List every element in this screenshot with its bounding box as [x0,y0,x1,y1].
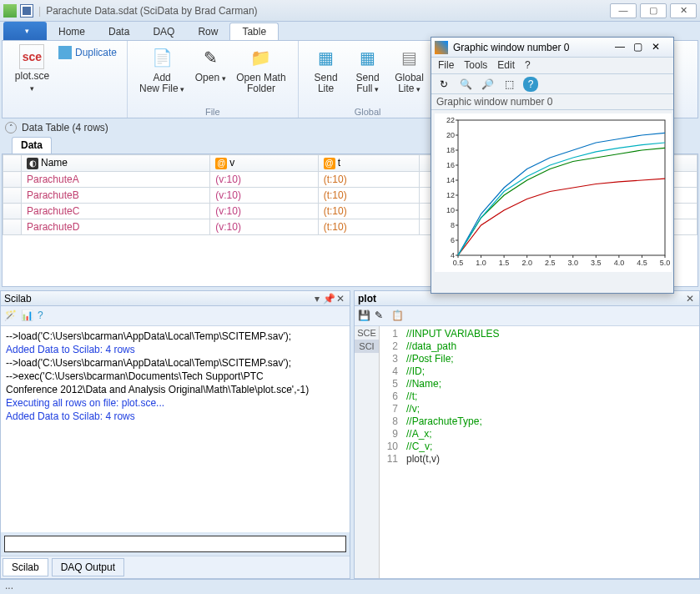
statusbar: ... [0,579,700,594]
scilab-logo-icon [435,41,448,54]
gwin-title: Graphic window number 0 [453,42,615,53]
svg-text:1.0: 1.0 [476,259,486,267]
menu-edit[interactable]: Edit [497,59,515,72]
gwin-close[interactable]: ✕ [652,41,670,54]
svg-text:3.5: 3.5 [591,259,602,267]
select-icon[interactable]: ⬚ [501,77,516,92]
console-input[interactable] [4,536,346,552]
gwin-menubar: File Tools Edit ? [431,58,673,74]
array-icon: @ [215,158,227,169]
line-gutter: 1234567891011 [380,326,403,578]
save-icon[interactable] [20,4,33,18]
plotsce-button[interactable]: sce plot.sce [9,43,55,96]
calc-icon: ▤ [396,44,423,71]
col-name[interactable]: ◐Name [22,155,210,172]
svg-text:4.5: 4.5 [637,259,647,267]
svg-text:14: 14 [446,176,455,184]
svg-text:6: 6 [451,236,455,244]
file-tab[interactable] [3,22,47,40]
pin-icon[interactable]: 📌 [323,293,335,305]
side-sci[interactable]: SCI [355,340,379,353]
maximize-button[interactable]: ▢ [640,3,667,18]
compare-icon[interactable]: 📋 [391,310,405,323]
open-button[interactable]: ✎ Open [189,43,231,97]
zoom-in-icon[interactable]: 🔍 [458,77,473,92]
chart-icon[interactable]: 📊 [21,310,34,323]
datatable-header: Data Table (4 rows) [22,122,108,133]
svg-text:8: 8 [451,221,455,229]
tab-daq-output[interactable]: DAQ Output [52,558,124,576]
close-pane-icon[interactable]: ✕ [335,293,346,305]
col-v[interactable]: @v [210,155,318,172]
open-math-folder-button[interactable]: 📁 Open Math Folder [231,43,290,97]
svg-text:0.5: 0.5 [453,259,464,267]
chevron-up-icon: ˄ [5,122,17,133]
row-header-corner[interactable] [3,155,22,172]
menu-tools[interactable]: Tools [464,59,487,72]
save-icon[interactable]: 💾 [358,310,371,323]
gwin-info: Graphic window number 0 [431,94,673,110]
svg-text:18: 18 [446,146,455,154]
gwin-toolbar: ↻ 🔍 🔎 ⬚ ? [431,74,673,94]
open-icon: ✎ [197,44,224,71]
tab-table[interactable]: Table [229,23,279,40]
group-label-global: Global [299,107,437,117]
gwin-min[interactable]: — [615,41,633,54]
global-lite-button[interactable]: ▤ Global Lite [389,43,431,97]
close-button[interactable]: ✕ [670,3,697,18]
tab-row[interactable]: Row [186,23,229,40]
data-tab[interactable]: Data [12,137,52,154]
col-t[interactable]: @t [318,155,420,172]
name-icon: ◐ [27,158,38,169]
grid-icon: ▦ [313,44,340,71]
menu-help[interactable]: ? [525,59,531,72]
svg-text:1.5: 1.5 [499,259,510,267]
svg-text:20: 20 [446,131,455,139]
send-lite-button[interactable]: ▦ Send Lite [305,43,347,97]
graphic-window[interactable]: Graphic window number 0 — ▢ ✕ File Tools… [431,37,674,294]
tab-scilab[interactable]: Scilab [3,558,48,576]
tab-home[interactable]: Home [47,23,97,40]
svg-text:5.0: 5.0 [660,259,671,267]
tab-data[interactable]: Data [97,23,141,40]
menu-file[interactable]: File [438,59,454,72]
close-pane-icon[interactable]: ✕ [684,293,696,305]
rotate-icon[interactable]: ↻ [436,77,451,92]
script-icon: sce [19,44,44,69]
svg-text:2.5: 2.5 [545,259,556,267]
svg-text:4.0: 4.0 [614,259,625,267]
svg-text:2.0: 2.0 [521,259,532,267]
zoom-out-icon[interactable]: 🔎 [480,77,495,92]
tab-daq[interactable]: DAQ [141,23,186,40]
svg-rect-0 [458,120,665,255]
code-editor[interactable]: //INPUT VARIABLES//data_path//Post File;… [403,326,699,578]
window-title: Parachute Data.sdat (SciData by Brad Car… [46,5,257,17]
console: -->load('C:\Users\bcarman\AppData\Local\… [1,326,350,532]
editor-side-tabs[interactable]: SCE SCI [355,326,380,578]
edit-icon[interactable]: ✎ [375,310,388,323]
help-icon[interactable]: ? [38,310,51,323]
plot-title: plot [358,293,684,305]
help-icon[interactable]: ? [523,77,538,92]
array-icon: @ [324,158,335,169]
duplicate-icon [58,46,72,59]
dropdown-icon[interactable]: ▾ [311,293,323,305]
separator: | [38,5,41,17]
new-file-icon: 📄 [149,44,175,71]
wand-icon[interactable]: 🪄 [4,310,18,323]
svg-text:10: 10 [446,206,455,214]
svg-text:22: 22 [446,116,455,124]
side-sce[interactable]: SCE [355,326,379,340]
gwin-max[interactable]: ▢ [633,41,652,54]
titlebar: | Parachute Data.sdat (SciData by Brad C… [0,0,700,22]
app-icon [3,4,17,18]
svg-text:12: 12 [446,191,455,199]
grid-icon: ▦ [355,44,381,71]
add-new-file-button[interactable]: 📄 Add New File [134,43,189,97]
svg-text:16: 16 [446,161,455,169]
duplicate-button[interactable]: Duplicate [55,43,120,63]
send-full-button[interactable]: ▦ Send Full [347,43,389,97]
plot-pane: plot ✕ 💾 ✎ 📋 SCE SCI 1234567891011 //INP… [354,290,700,579]
chart: 468101214161820220.51.01.52.02.53.03.54.… [435,113,672,272]
minimize-button[interactable]: — [610,3,637,18]
